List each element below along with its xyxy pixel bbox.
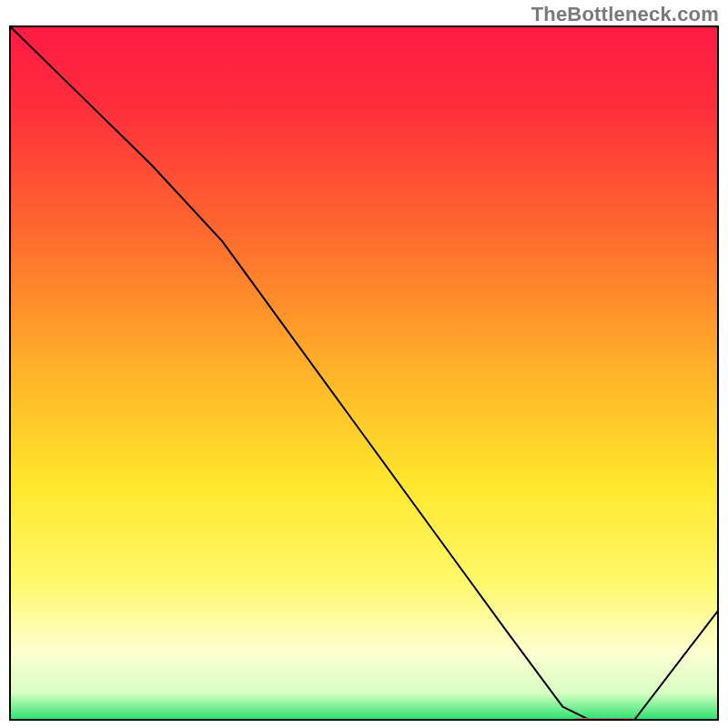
chart-svg bbox=[9, 25, 719, 721]
chart-plot-area bbox=[9, 25, 719, 721]
watermark-text: TheBottleneck.com bbox=[531, 3, 719, 26]
